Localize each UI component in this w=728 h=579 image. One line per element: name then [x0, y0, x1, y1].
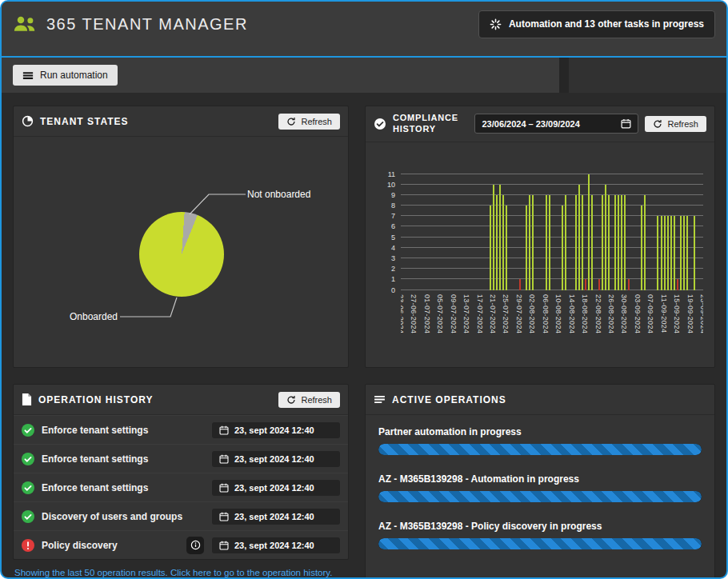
- date-range-value: 23/06/2024 – 23/09/2024: [482, 119, 579, 129]
- spinner-icon: [490, 18, 502, 30]
- operation-history-panel: OPERATION HISTORY Refresh: [13, 384, 349, 560]
- list-icon: [374, 395, 386, 404]
- progress-fill: [378, 444, 702, 455]
- refresh-icon: [286, 395, 296, 405]
- tenant-states-header: TENANT STATES Refresh: [14, 106, 348, 137]
- operation-history-link[interactable]: Showing the last 50 operation results. C…: [13, 568, 349, 577]
- pie-chart-icon: [22, 115, 34, 127]
- calendar-icon: [219, 454, 229, 464]
- operation-date-chip: 23, sept 2024 12:40: [212, 422, 340, 438]
- operation-history-header: OPERATION HISTORY Refresh: [14, 385, 348, 415]
- operation-date-chip: 23, sept 2024 12:40: [212, 451, 340, 467]
- compliance-plot: 01234567891011: [401, 174, 703, 290]
- active-operations-title: ACTIVE OPERATIONS: [392, 394, 506, 405]
- progress-bar: [378, 491, 702, 502]
- compliance-history-panel: COMPLIANCE HISTORY 23/06/2024 – 23/09/20…: [365, 106, 715, 368]
- refresh-icon: [286, 117, 296, 126]
- calendar-icon: [219, 512, 229, 521]
- operation-label: Enforce tenant settings: [42, 425, 148, 436]
- run-automation-button[interactable]: Run automation: [13, 65, 118, 86]
- view-details-button[interactable]: [186, 537, 204, 554]
- operation-history-title: OPERATION HISTORY: [38, 394, 153, 405]
- date-range-input[interactable]: 23/06/2024 – 23/09/2024: [474, 114, 638, 134]
- document-icon: [22, 393, 32, 405]
- operation-row: Enforce tenant settings 23, sept 2024 12…: [14, 444, 348, 473]
- tenant-pie-body: Not onboarded Onboarded: [14, 137, 348, 367]
- operation-row: Enforce tenant settings 23, sept 2024 12…: [14, 473, 348, 501]
- success-check-icon: [22, 453, 34, 465]
- compliance-header: COMPLIANCE HISTORY 23/06/2024 – 23/09/20…: [366, 106, 714, 142]
- main-content: TENANT STATES Refresh N: [2, 93, 726, 579]
- compliance-refresh-button[interactable]: Refresh: [645, 116, 706, 132]
- active-operation-label: AZ - M365B139298 - Policy discovery in p…: [378, 521, 702, 532]
- progress-fill: [378, 538, 702, 549]
- calendar-icon: [219, 483, 229, 493]
- calendar-icon: [219, 425, 229, 435]
- progress-bar: [378, 538, 702, 549]
- active-operation-item: Partner automation in progress: [378, 426, 702, 455]
- operation-date-chip: 23, sept 2024 12:40: [212, 509, 340, 525]
- operation-date: 23, sept 2024 12:40: [234, 483, 314, 493]
- success-check-icon: [22, 424, 34, 437]
- toolbar-right-section: [569, 58, 726, 93]
- progress-fill: [378, 491, 702, 502]
- tenant-states-title: TENANT STATES: [40, 116, 129, 127]
- refresh-label: Refresh: [667, 119, 698, 129]
- pie-label-onboarded: Onboarded: [70, 311, 118, 322]
- operation-label: Enforce tenant settings: [42, 482, 148, 493]
- calendar-icon: [621, 118, 631, 129]
- success-check-icon: [22, 510, 34, 523]
- refresh-icon: [653, 119, 662, 129]
- app-window: 365 TENANT MANAGER Automation and 13 oth…: [0, 0, 728, 579]
- app-title: 365 TENANT MANAGER: [46, 15, 248, 34]
- tenant-states-panel: TENANT STATES Refresh N: [13, 106, 349, 368]
- active-operations-panel: ACTIVE OPERATIONS Partner automation in …: [365, 384, 715, 579]
- error-exclamation-icon: [22, 539, 34, 552]
- operation-row: Discovery of users and groups 23, sept 2…: [14, 501, 348, 530]
- active-operation-label: Partner automation in progress: [378, 426, 702, 437]
- compliance-title: COMPLIANCE HISTORY: [393, 113, 458, 135]
- operation-date-chip: 23, sept 2024 12:40: [212, 480, 340, 496]
- operation-date-chip: 23, sept 2024 12:40: [212, 537, 340, 553]
- compliance-chart: 01234567891011 23-06-202427-06-202401-07…: [366, 142, 714, 351]
- tasks-in-progress-button[interactable]: Automation and 13 other tasks in progres…: [478, 10, 715, 38]
- pie-callout-lines: [14, 137, 348, 367]
- compliance-title-line2: HISTORY: [393, 124, 436, 134]
- operation-row: Policy discovery 23, sept 2024 12:40: [14, 530, 348, 559]
- operation-date: 23, sept 2024 12:40: [234, 454, 314, 464]
- users-group-icon: [13, 15, 37, 33]
- active-operation-item: AZ - M365B139298 - Automation in progres…: [378, 473, 702, 502]
- run-automation-label: Run automation: [40, 70, 108, 81]
- app-header: 365 TENANT MANAGER Automation and 13 oth…: [2, 2, 726, 58]
- compliance-xlabels: 23-06-202427-06-202401-07-202405-07-2024…: [401, 290, 703, 351]
- active-operation-label: AZ - M365B139298 - Automation in progres…: [378, 473, 702, 485]
- operation-label: Policy discovery: [42, 540, 118, 551]
- refresh-label: Refresh: [301, 117, 332, 126]
- refresh-label: Refresh: [301, 395, 332, 405]
- operation-history-column: OPERATION HISTORY Refresh: [13, 384, 349, 577]
- compliance-badge-icon: [374, 118, 386, 130]
- operation-date: 23, sept 2024 12:40: [234, 425, 314, 435]
- toolbar-left-section: Run automation: [2, 58, 559, 93]
- list-rows-icon: [22, 71, 34, 80]
- operation-date: 23, sept 2024 12:40: [234, 512, 314, 521]
- calendar-icon: [219, 541, 229, 550]
- success-check-icon: [22, 481, 34, 494]
- active-operations-body: Partner automation in progress AZ - M365…: [366, 415, 714, 579]
- operation-label: Discovery of users and groups: [42, 511, 182, 522]
- progress-bar: [378, 444, 702, 455]
- operation-history-refresh-button[interactable]: Refresh: [278, 392, 340, 408]
- active-operation-item: AZ - M365B139298 - Policy discovery in p…: [378, 521, 702, 549]
- pie-label-not-onboarded: Not onboarded: [247, 189, 310, 200]
- compliance-title-line1: COMPLIANCE: [393, 113, 458, 122]
- active-operations-header: ACTIVE OPERATIONS: [366, 385, 714, 415]
- operation-label: Enforce tenant settings: [42, 453, 148, 465]
- toolbar: Run automation: [2, 58, 726, 93]
- tenant-states-refresh-button[interactable]: Refresh: [278, 114, 340, 130]
- operation-row: Enforce tenant settings 23, sept 2024 12…: [14, 415, 348, 444]
- tasks-button-label: Automation and 13 other tasks in progres…: [509, 18, 704, 30]
- operation-date: 23, sept 2024 12:40: [234, 541, 314, 550]
